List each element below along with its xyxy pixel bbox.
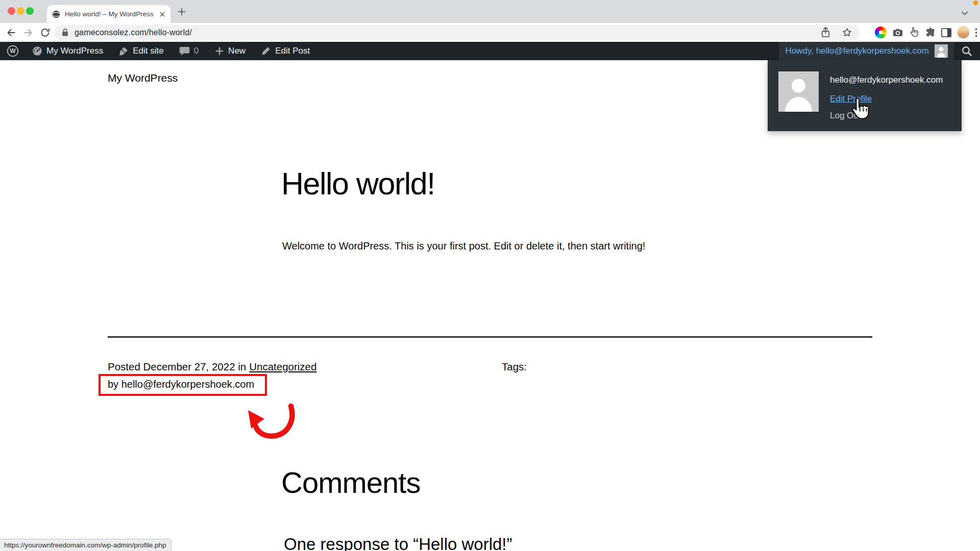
hand-cursor-extension-icon[interactable] bbox=[909, 27, 919, 38]
posted-prefix: Posted December 27, 2022 in bbox=[108, 361, 246, 372]
new-tab-button[interactable] bbox=[178, 8, 186, 16]
minimize-window-button[interactable] bbox=[17, 7, 24, 15]
tags-label: Tags: bbox=[502, 361, 527, 373]
admin-bar-edit-site[interactable]: Edit site bbox=[118, 46, 163, 56]
chevron-down-icon[interactable] bbox=[961, 9, 969, 17]
admin-bar-search[interactable] bbox=[961, 45, 972, 57]
paintbrush-icon bbox=[118, 46, 129, 56]
user-avatar-small bbox=[935, 44, 948, 58]
recording-indicator-dot bbox=[973, 1, 978, 5]
site-title[interactable]: My WordPress bbox=[108, 72, 178, 84]
post-body: Welcome to WordPress. This is your first… bbox=[282, 240, 645, 252]
post-meta: Posted December 27, 2022 inUncategorized bbox=[108, 361, 316, 373]
fullscreen-window-button[interactable] bbox=[26, 7, 34, 15]
post-byline: by hello@ferdykorpershoek.com bbox=[108, 379, 254, 390]
link-status-tooltip: https://yourownfreedomain.com/wp-admin/p… bbox=[0, 539, 172, 551]
browser-profile-avatar[interactable] bbox=[957, 26, 970, 39]
address-bar[interactable]: gameconsolez.com/hello-world/ bbox=[54, 25, 860, 40]
extensions-area bbox=[875, 23, 977, 42]
edit-post-label: Edit Post bbox=[275, 46, 310, 56]
search-icon bbox=[961, 45, 972, 57]
bookmark-star-icon[interactable] bbox=[842, 27, 852, 38]
dashboard-gauge-icon bbox=[32, 46, 42, 56]
browser-toolbar: gameconsolez.com/hello-world/ bbox=[0, 23, 980, 42]
puzzle-extensions-icon[interactable] bbox=[924, 27, 936, 38]
user-avatar-large bbox=[778, 71, 819, 112]
tab-favicon-globe-icon bbox=[52, 10, 60, 18]
close-window-button[interactable] bbox=[8, 7, 15, 15]
admin-bar-site-name[interactable]: My WordPress bbox=[32, 46, 103, 56]
share-icon[interactable] bbox=[821, 27, 830, 38]
color-wheel-extension-icon[interactable] bbox=[875, 27, 887, 38]
edit-site-label: Edit site bbox=[133, 46, 163, 56]
comments-response-line: One response to “Hello world!” bbox=[284, 535, 512, 551]
category-link[interactable]: Uncategorized bbox=[249, 361, 316, 372]
wordpress-logo-icon[interactable]: W bbox=[7, 45, 19, 57]
pencil-icon bbox=[261, 46, 271, 56]
forward-icon[interactable] bbox=[22, 27, 34, 38]
sidebar-panel-icon[interactable] bbox=[941, 28, 952, 38]
divider-rule bbox=[108, 336, 872, 338]
admin-bar-my-account[interactable]: Howdy, hello@ferdykorpershoek.com bbox=[779, 42, 954, 60]
lock-icon bbox=[61, 28, 69, 37]
howdy-label: Howdy, hello@ferdykorpershoek.com bbox=[785, 46, 929, 56]
window-titlebar: Hello world! – My WordPress bbox=[0, 0, 980, 23]
plus-icon bbox=[215, 46, 224, 56]
browser-menu-dots-icon[interactable] bbox=[975, 28, 977, 37]
wp-logo-glyph: W bbox=[10, 47, 16, 55]
camera-extension-icon[interactable] bbox=[892, 27, 904, 39]
mouse-cursor-hand-icon bbox=[848, 96, 872, 123]
site-name-label: My WordPress bbox=[46, 46, 103, 56]
wp-admin-bar: W My WordPress Edit site 0 New E bbox=[0, 42, 980, 60]
new-label: New bbox=[228, 46, 246, 56]
admin-bar-comments[interactable]: 0 bbox=[179, 46, 199, 56]
admin-bar-new[interactable]: New bbox=[215, 46, 246, 56]
post-title: Hello world! bbox=[281, 166, 435, 202]
url-text: gameconsolez.com/hello-world/ bbox=[75, 28, 192, 37]
annotation-red-arrow bbox=[244, 403, 296, 445]
reload-icon[interactable] bbox=[40, 27, 51, 38]
comment-count: 0 bbox=[194, 46, 199, 56]
admin-bar-edit-post[interactable]: Edit Post bbox=[261, 46, 310, 56]
comment-bubble-icon bbox=[179, 46, 190, 56]
browser-tab[interactable]: Hello world! – My WordPress bbox=[47, 5, 170, 23]
comments-heading: Comments bbox=[281, 465, 420, 499]
tab-close-icon[interactable] bbox=[159, 11, 165, 17]
tab-title: Hello world! – My WordPress bbox=[65, 10, 155, 18]
dropdown-user-email: hello@ferdykorpershoek.com bbox=[830, 75, 943, 85]
back-icon[interactable] bbox=[5, 27, 17, 38]
